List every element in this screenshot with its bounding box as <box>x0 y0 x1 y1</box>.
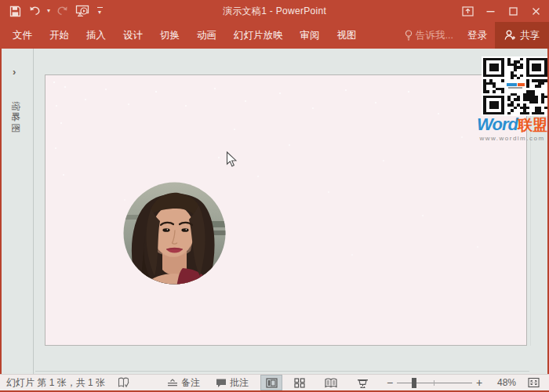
tab-animations[interactable]: 动画 <box>188 22 225 49</box>
comments-label: 批注 <box>230 376 249 390</box>
zoom-level: 48% <box>488 377 516 388</box>
zoom-in-button[interactable]: + <box>474 376 485 389</box>
share-label: 共享 <box>520 29 540 42</box>
zoom-slider[interactable] <box>397 375 472 390</box>
notes-icon <box>167 378 178 387</box>
minimize-icon[interactable] <box>479 0 502 22</box>
save-icon[interactable] <box>6 3 24 19</box>
normal-view-button[interactable] <box>260 375 282 390</box>
brand-league: 联盟 <box>518 117 547 133</box>
slideshow-view-button[interactable] <box>351 375 373 390</box>
thumbnail-pane-collapsed[interactable]: › 缩略图 <box>2 49 34 374</box>
slide-sparkle-texture <box>53 82 55 83</box>
window-controls <box>456 0 547 22</box>
redo-icon <box>53 3 71 19</box>
tab-view[interactable]: 视图 <box>329 22 365 49</box>
slide-sorter-view-button[interactable] <box>289 375 311 390</box>
start-slideshow-icon[interactable] <box>74 3 91 19</box>
ribbon-tab-row: 文件 开始 插入 设计 切换 动画 幻灯片放映 审阅 视图 告诉我... 登录 … <box>0 22 549 49</box>
share-button[interactable]: 共享 <box>495 22 549 49</box>
titlebar: ▾ ▾ 演示文稿1 - PowerPoint <box>0 0 549 22</box>
zoom-slider-thumb[interactable] <box>412 378 416 388</box>
proofing-book-icon[interactable] <box>118 377 129 388</box>
zoom-out-button[interactable]: − <box>384 376 395 389</box>
ribbon-display-options-icon[interactable] <box>456 0 479 22</box>
horizontal-scrollbar[interactable] <box>35 371 529 372</box>
slide-counter: 幻灯片 第 1 张，共 1 张 <box>6 376 105 390</box>
mouse-cursor <box>226 151 238 169</box>
person-plus-icon <box>504 30 516 41</box>
tab-review[interactable]: 审阅 <box>292 22 329 49</box>
undo-dropdown-icon[interactable]: ▾ <box>47 8 50 14</box>
maximize-icon[interactable] <box>502 0 525 22</box>
comments-icon <box>216 378 227 388</box>
notes-label: 备注 <box>181 376 200 390</box>
slide-canvas[interactable] <box>45 74 527 346</box>
fit-to-window-icon[interactable] <box>522 375 544 390</box>
status-bar: 幻灯片 第 1 张，共 1 张 备注 批注 − + 4 <box>0 374 549 390</box>
tell-me-label: 告诉我... <box>416 29 453 42</box>
expand-pane-icon[interactable]: › <box>13 66 16 78</box>
close-icon[interactable] <box>525 0 547 22</box>
watermark-logo: Word联盟 www.wordlm.com <box>475 116 549 142</box>
workspace: › 缩略图 <box>2 49 547 374</box>
reading-view-button[interactable] <box>320 375 342 390</box>
circular-portrait-image[interactable] <box>123 182 226 285</box>
tab-insert[interactable]: 插入 <box>78 22 115 49</box>
brand-url: www.wordlm.com <box>475 136 549 142</box>
undo-icon[interactable] <box>27 3 44 19</box>
sign-in-button[interactable]: 登录 <box>460 22 495 49</box>
qr-code <box>482 56 549 116</box>
tell-me-box[interactable]: 告诉我... <box>398 22 460 49</box>
window-border-left <box>0 49 2 392</box>
brand-word: Word <box>477 114 518 134</box>
tab-design[interactable]: 设计 <box>115 22 151 49</box>
customize-qat-icon[interactable]: ▾ <box>94 7 105 16</box>
notes-button[interactable]: 备注 <box>167 376 200 390</box>
tab-slideshow[interactable]: 幻灯片放映 <box>225 22 292 49</box>
quick-access-toolbar: ▾ ▾ <box>0 3 105 19</box>
tab-home[interactable]: 开始 <box>41 22 78 49</box>
thumbnail-pane-label: 缩略图 <box>9 88 22 149</box>
tab-file[interactable]: 文件 <box>4 22 41 49</box>
tab-transitions[interactable]: 切换 <box>151 22 188 49</box>
lightbulb-icon <box>405 30 413 41</box>
comments-button[interactable]: 批注 <box>216 376 249 390</box>
